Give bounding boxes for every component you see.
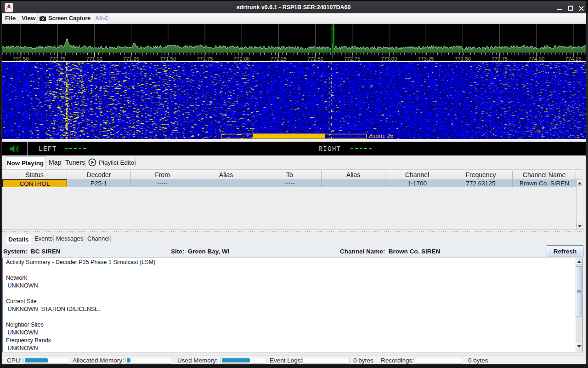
svg-text:773.75: 773.75	[492, 56, 508, 62]
svg-text:773.00: 773.00	[381, 56, 397, 62]
svg-text:772.50: 772.50	[307, 56, 323, 62]
svg-text:773.50: 773.50	[455, 56, 471, 62]
svg-text:B: B	[332, 27, 334, 30]
svg-text:Zoom: 2x: Zoom: 2x	[368, 132, 394, 139]
svg-text:C: C	[332, 35, 334, 39]
svg-text:770.50: 770.50	[12, 56, 28, 62]
svg-text:772.25: 772.25	[271, 56, 287, 62]
svg-text:770.75: 770.75	[50, 56, 66, 62]
svg-text:774.00: 774.00	[528, 56, 544, 62]
svg-text:771.00: 771.00	[86, 56, 102, 62]
svg-text:774.25: 774.25	[565, 56, 581, 62]
svg-text:772.00: 772.00	[234, 56, 250, 62]
svg-text:771.25: 771.25	[123, 56, 139, 62]
svg-text:771.50: 771.50	[160, 56, 176, 62]
svg-text:771.75: 771.75	[197, 56, 213, 62]
svg-text:772.75: 772.75	[344, 56, 360, 62]
svg-text:773.25: 773.25	[418, 56, 434, 62]
